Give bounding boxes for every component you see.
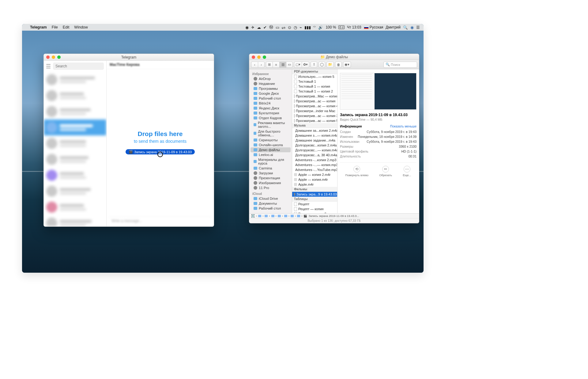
sidebar-item[interactable]: Материалы для курса (249, 157, 292, 166)
file-item[interactable]: Долгоруковс...копия 2.m4a (292, 143, 337, 148)
sidebar-item[interactable]: Онлайн-школа (249, 142, 292, 147)
bluetooth-icon[interactable]: ⌁ (300, 25, 302, 30)
quicklook-button[interactable]: ◉▾ (343, 62, 351, 68)
menu-window[interactable]: Window (72, 25, 90, 29)
file-item[interactable]: Adventures -...копия 2.mp3 (292, 157, 337, 162)
sidebar-item[interactable]: Google Диск (249, 91, 292, 96)
file-item[interactable]: Просматрив...ас — копия (292, 99, 337, 104)
file-item[interactable]: Рецепт — копия 2 (292, 211, 337, 213)
timemachine-icon[interactable]: ⊙ (288, 25, 291, 30)
clock-status-icon[interactable]: ◷ (294, 25, 297, 30)
preview-action-button[interactable]: ✂Обрезать (379, 166, 392, 177)
sidebar-item[interactable]: 11 Pro (249, 185, 292, 190)
sidebar-item[interactable]: Для быстрого обмена,... (249, 129, 292, 138)
file-item[interactable]: Просматрив...ас — копия 5 (292, 118, 337, 123)
file-item[interactable]: Просматрив...Mac — копия (292, 94, 337, 99)
cloud-status-icon[interactable]: ☁ (257, 25, 261, 30)
file-item[interactable]: Запись экра...9 в 19.43.03 (292, 192, 337, 197)
sidebar-item[interactable]: Leeloo.ai (249, 152, 292, 157)
sidebar-item[interactable]: Яндекс.Диск (249, 106, 292, 111)
forward-button[interactable]: › (258, 62, 265, 68)
file-item[interactable]: Apple — копия.m4r (292, 177, 337, 182)
file-item[interactable]: Просматрив...ас — копия 3 (292, 113, 337, 118)
telegram-status-icon[interactable]: ✈ (251, 25, 254, 30)
tags-button[interactable]: ◯ (318, 62, 325, 68)
chat-header[interactable]: MacTime Кирова (107, 61, 214, 69)
siri-icon[interactable]: ◉ (410, 25, 414, 30)
file-item[interactable]: Тестовый 1 — копия 2 (292, 89, 337, 94)
sidebar-item[interactable]: Изображения (249, 180, 292, 185)
file-item[interactable]: Adventures -...YouTube.mp3 (292, 167, 337, 172)
file-item[interactable]: Рецепт (292, 202, 337, 207)
status-icon[interactable]: ᔕ (282, 25, 285, 30)
show-less-link[interactable]: Показать меньше (390, 124, 417, 128)
compose-input[interactable]: Write a message... (109, 217, 211, 225)
file-item[interactable]: Просматрив...ас — копия 4 (292, 104, 337, 108)
view-gallery-button[interactable]: ▭ (286, 62, 293, 68)
status-icon[interactable]: ✔ (263, 25, 267, 30)
finder-search-input[interactable]: 🔍 Поиск (383, 62, 417, 68)
sidebar-item[interactable]: Отдел Кадров (249, 116, 292, 120)
file-item[interactable]: Рецепт — копия (292, 207, 337, 211)
file-item[interactable]: Домашнее за...копия 2.m4a (292, 128, 337, 133)
delete-button[interactable]: 🗑 (335, 62, 342, 68)
display-status-icon[interactable]: ▭ (276, 25, 279, 30)
preview-action-button[interactable]: ⟲Повернуть влево (345, 166, 368, 177)
sidebar-item[interactable]: Загрузки (249, 171, 292, 176)
file-item[interactable]: Домашнее з...— копия.m4a (292, 133, 337, 138)
share-button[interactable]: ⇪ (311, 62, 317, 68)
view-list-button[interactable]: ≡ (273, 62, 279, 68)
sidebar-item[interactable]: iCloud Drive (249, 196, 292, 201)
menu-file[interactable]: File (49, 25, 60, 29)
sidebar-item[interactable]: Скриншоты (249, 138, 292, 142)
sidebar-item[interactable]: Рабочий стол (249, 206, 292, 211)
status-icon[interactable]: ◉ (245, 25, 249, 30)
finder-path-bar[interactable]: 💽› ›› ›› ›› › 🎬 Запись экрана 2019-11-09… (249, 213, 419, 218)
file-item[interactable]: Apple — копия 2.m4r (292, 172, 337, 177)
file-item[interactable]: Долгоруковс...— копия.m4a (292, 148, 337, 153)
file-item[interactable]: Домашнее задание...m4a (292, 138, 337, 143)
user-fastswitch[interactable]: Дмитрий (386, 25, 401, 29)
file-item[interactable]: Adventures -...— копия.mp3 (292, 162, 337, 167)
action-menu-button[interactable]: ✿▾ (302, 62, 309, 68)
file-item[interactable]: Долгоруковс...а, 38 40.m4a (292, 153, 337, 157)
input-language[interactable]: Русская (364, 25, 383, 29)
file-item[interactable]: Использую...— копия 5 (292, 74, 337, 79)
close-window-button[interactable] (46, 55, 50, 59)
battery-percent[interactable]: 100 % (326, 25, 336, 29)
battery-icon[interactable]: ▮▮▮ (304, 25, 311, 30)
file-item[interactable]: Тестовый 1 — копия (292, 84, 337, 89)
close-window-button[interactable] (252, 55, 255, 59)
sidebar-item[interactable]: Документы (249, 201, 292, 206)
sidebar-item[interactable]: Программы (249, 86, 292, 91)
finder-column[interactable]: PDF-документыИспользую...— копия 5Тестов… (292, 69, 337, 213)
zoom-window-button[interactable] (263, 55, 266, 59)
back-button[interactable]: ‹ (251, 62, 258, 68)
zoom-window-button[interactable] (57, 55, 61, 59)
finder-titlebar[interactable]: 📁 Демо файлы (249, 54, 419, 60)
notification-center-icon[interactable]: ☰ (416, 25, 420, 30)
preview-action-button[interactable]: ⋯Еще... (403, 166, 411, 177)
hamburger-menu-icon[interactable] (46, 64, 51, 68)
drop-zone[interactable]: Drop files here to send them as document… (109, 69, 211, 215)
file-item[interactable]: Просматри...inder на Mac (292, 108, 337, 113)
minimize-window-button[interactable] (257, 55, 261, 59)
view-columns-button[interactable]: ▥ (279, 62, 286, 68)
sidebar-item[interactable]: Демо файлы (251, 147, 291, 152)
sidebar-item[interactable]: Bitrix24 (249, 101, 292, 106)
telegram-titlebar[interactable]: Telegram (44, 54, 214, 61)
sidebar-item[interactable]: Рабочий стол (249, 96, 292, 101)
menu-edit[interactable]: Edit (60, 25, 72, 29)
telegram-search-input[interactable] (53, 63, 104, 70)
sidebar-item[interactable]: Carmina (249, 166, 292, 171)
new-folder-button[interactable]: 📁 (326, 62, 334, 68)
sidebar-item[interactable]: AirDrop (249, 76, 292, 81)
wifi-icon[interactable]: ⌔ (313, 25, 316, 29)
view-icons-button[interactable]: ⊞ (266, 62, 273, 68)
group-by-button[interactable]: ▢▾ (294, 62, 302, 68)
status-icon[interactable]: Ⓜ (269, 25, 273, 30)
file-item[interactable]: Apple.m4r (292, 182, 337, 187)
menubar-app-name[interactable]: Telegram (28, 25, 49, 29)
sidebar-item[interactable]: Реклама макеты загото... (249, 120, 292, 129)
chat-list[interactable] (44, 72, 106, 226)
